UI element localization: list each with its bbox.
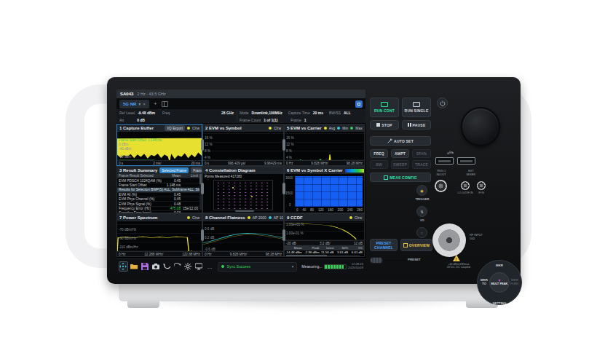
navigation-icon[interactable] [119, 261, 128, 272]
freq-button[interactable]: FREQ [370, 149, 388, 158]
sweep-button[interactable]: SWEEP [391, 160, 409, 169]
instrument-model: SA043 [120, 92, 133, 96]
run-cont-button[interactable]: RUN CONT [370, 98, 399, 117]
att-value[interactable]: 0 dB [137, 118, 145, 122]
capture-time-value[interactable]: 20 ms [313, 111, 323, 115]
constellation-plot: Points Measured 417280 [203, 174, 283, 213]
rf-input-label: RF INPUT50Ω [470, 234, 489, 240]
open-folder-icon[interactable] [130, 261, 139, 272]
auto-set-button[interactable]: AUTO SET [370, 136, 431, 146]
window-ccdf[interactable]: 9 CCDF Clrw 1.00e+01 % 1.00e-01 % -20 dB… [284, 213, 365, 257]
window-constellation[interactable]: 4 Constellation Diagram Points Measured … [202, 166, 284, 213]
window-evm-vs-carrier[interactable]: 5 EVM vs Carrier Avg Min Max 16 % 12 % 8… [284, 124, 365, 166]
usb-port [435, 157, 454, 165]
meas-config-button[interactable]: MEAS CONFIG [370, 173, 431, 182]
gear-icon[interactable] [183, 261, 193, 272]
trace-button[interactable]: TRACE [412, 160, 431, 169]
clrw-trace-dot [187, 127, 190, 130]
split-view-icon[interactable] [162, 101, 168, 107]
frame-start-annotation: Frame Start Offset: 1.148 ms [119, 138, 162, 142]
clock[interactable]: 12:28:45 2025/10/09 [348, 263, 363, 270]
splitter-handle[interactable] [201, 229, 204, 241]
trigger-button[interactable]: ◉ [416, 185, 427, 196]
ccdf-table: MeanPeakCrest50%1% -14.48 dBm-2.98 dBm11… [285, 245, 364, 255]
screenshot-camera-icon[interactable] [151, 261, 161, 272]
splitter-handle[interactable] [201, 139, 204, 151]
touchscreen[interactable]: SA043 2 Hz - 43.5 GHz 5G NR ▾ × + Ref Le… [116, 90, 365, 274]
frame-value[interactable]: 1 [304, 118, 307, 122]
preset-slider-label: PRESET [408, 258, 421, 261]
max-trace-dot [350, 127, 353, 130]
window-result-summary[interactable]: 3 Result Summary Selected Frame Frame Av… [116, 166, 202, 213]
tab-5g-nr[interactable]: 5G NR ▾ × [119, 100, 149, 108]
rf-input-connector [432, 223, 466, 257]
horizontal-scrollbar[interactable] [235, 210, 254, 213]
window-layout-icon[interactable] [355, 100, 363, 108]
lines-button[interactable]: ≡ [416, 227, 427, 238]
setting-button[interactable]: SETTING [477, 302, 522, 306]
result-table: Frame Result SelectedMeanLimit EVM PDSCH… [117, 174, 199, 211]
mult-peak-button[interactable]: ▼MULT PEAK [489, 272, 510, 293]
splitter-handle[interactable] [201, 183, 204, 194]
rotary-knob[interactable] [461, 107, 500, 146]
mode-value[interactable]: Downlink,100MHz [252, 111, 282, 115]
close-tab-icon[interactable]: × [143, 102, 146, 106]
frequency-range: 2 Hz - 43.5 GHz [137, 92, 165, 96]
freq-value[interactable]: 28 GHz [221, 111, 234, 115]
splitter-handle[interactable] [282, 229, 285, 241]
frame-averaged-button[interactable]: Frame Averaged [191, 167, 202, 173]
more-icon[interactable]: … [205, 261, 215, 272]
redo-icon[interactable] [173, 261, 182, 272]
stop-button[interactable]: STOP [370, 120, 399, 130]
selected-frame-button[interactable]: Selected Frame [159, 167, 189, 173]
status-dropdown-caret[interactable]: ▾ [292, 264, 294, 269]
add-tab-button[interactable]: + [154, 100, 157, 107]
run-single-button[interactable]: RUN SINGLE [402, 98, 431, 117]
window-power-spectrum[interactable]: 7 Power Spectrum Clrw -70 dBm/Hz -90 dBm… [116, 213, 202, 257]
splitter-handle[interactable] [282, 139, 285, 151]
iq-export-button[interactable]: I/Q Export [165, 125, 185, 131]
display-export-icon[interactable] [194, 261, 204, 272]
run-cont-icon [381, 102, 388, 107]
span-button[interactable]: SPAN [412, 149, 431, 158]
window-evm-symbol-x-carrier[interactable]: 6 EVM vs Symbol X Carrier 3000 1500 0 04… [284, 166, 365, 213]
points-measured: Points Measured 417280 [205, 175, 242, 178]
preset-slider-knob[interactable] [370, 257, 383, 264]
frame-count-label: Frame Count [240, 118, 261, 122]
chevron-down-icon[interactable]: ▾ [138, 101, 141, 106]
measure-progress-bar [324, 264, 347, 269]
meas-config-icon [384, 175, 388, 180]
window-channel-flatness[interactable]: 8 Channel Flatness AP 2000 AP 1000 0.6 d… [202, 213, 284, 257]
undo-icon[interactable] [162, 261, 171, 272]
usb-icon [446, 150, 454, 156]
save-icon[interactable] [141, 261, 150, 272]
clrw-trace-dot [349, 216, 352, 219]
bw-button[interactable]: BW [370, 160, 388, 169]
window-capture-buffer[interactable]: 1 Capture Buffer I/Q Export Clrw Frame S… [116, 124, 202, 166]
ampt-button[interactable]: AMPT [391, 149, 409, 158]
frame-count-value[interactable]: 1 of 1(1) [264, 118, 277, 122]
power-spectrum-plot: -70 dBm/Hz -90 dBm/Hz -110 dBm/Hz 0 Hz12… [117, 221, 202, 256]
ref-level-value[interactable]: -9.48 dBm [138, 111, 155, 115]
io-button[interactable]: ⇅ [416, 206, 427, 217]
status-field[interactable]: Sync Success ▾ [218, 262, 297, 272]
splitter-handle[interactable] [282, 183, 285, 194]
marker-dot [232, 187, 234, 189]
mkr-to-button[interactable]: MKR TO [478, 279, 490, 285]
min-trace-dot [337, 127, 340, 130]
clrw-trace-dot [269, 127, 272, 130]
window-evm-vs-symbol[interactable]: 2 EVM vs Symbol Clrw 16 % 12 % 8 % 4 % 0… [202, 124, 284, 166]
rf-warning-text: +30 dBm(1W)max0V DC, DC Coupled [433, 263, 484, 269]
measuring-text: Measuring... [301, 264, 323, 269]
preset-channel-button[interactable]: PRESETCHANNEL [370, 239, 398, 251]
freq-label: Freq [162, 111, 170, 115]
sync-status-text: Sync Success [226, 264, 250, 269]
mkr-func-button[interactable]: MKR FUNC [509, 279, 521, 285]
overview-button[interactable]: OVERVIEW [400, 239, 432, 251]
horizontal-scrollbar[interactable] [286, 255, 360, 257]
pause-icon [408, 123, 411, 127]
pause-button[interactable]: PAUSE [402, 120, 431, 130]
power-button[interactable] [437, 98, 448, 108]
run-single-icon [413, 102, 420, 107]
bwss-value[interactable]: ALL [344, 111, 351, 115]
